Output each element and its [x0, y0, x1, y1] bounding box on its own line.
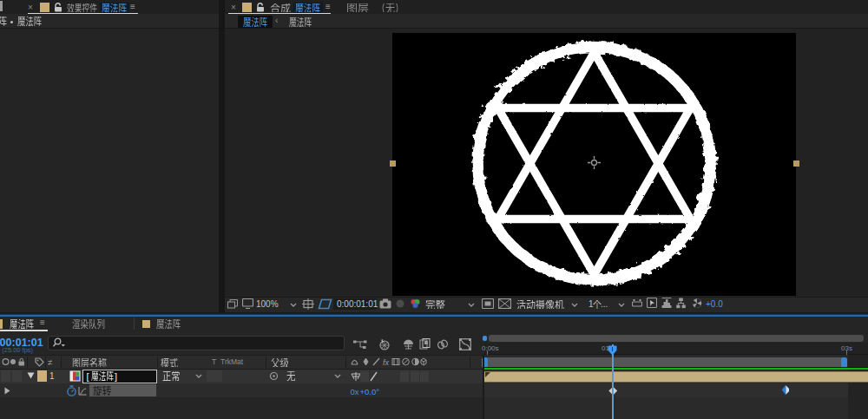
svg-text:fx: fx [383, 358, 390, 367]
